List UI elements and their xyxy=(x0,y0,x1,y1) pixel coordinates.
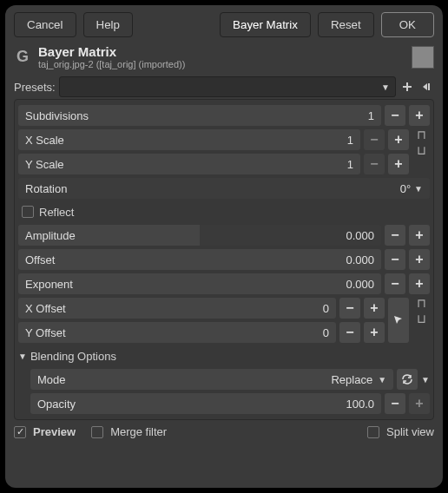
button-bar: Cancel Help Bayer Matrix Reset OK xyxy=(14,12,434,37)
xoffset-row: X Offset 0 − + xyxy=(18,296,385,320)
offset-minus[interactable]: − xyxy=(385,249,405,270)
gimp-icon: G xyxy=(14,48,31,66)
yscale-minus[interactable]: − xyxy=(364,154,385,174)
mode-row: Mode Replace ▼ ▼ xyxy=(30,367,430,391)
subdivisions-field[interactable]: Subdivisions 1 xyxy=(18,105,381,126)
subdivisions-minus[interactable]: − xyxy=(385,105,405,126)
yscale-plus[interactable]: + xyxy=(388,154,409,174)
preview-label: Preview xyxy=(33,425,76,438)
offset-row: Offset 0.000 − + xyxy=(18,247,430,272)
xscale-field[interactable]: X Scale 1 xyxy=(18,129,360,150)
xscale-row: X Scale 1 − + xyxy=(18,128,409,152)
xoffset-minus[interactable]: − xyxy=(339,298,360,319)
parameter-panel: Subdivisions 1 − + X Scale 1 − + Y Scal xyxy=(14,99,434,420)
ok-button[interactable]: OK xyxy=(381,12,434,37)
opacity-plus[interactable]: + xyxy=(409,393,430,414)
triangle-down-icon: ▼ xyxy=(18,352,27,361)
dialog-title: Bayer Matrix xyxy=(38,44,185,59)
yoffset-field[interactable]: Y Offset 0 xyxy=(18,322,336,343)
split-view-label: Split view xyxy=(386,425,434,438)
yoffset-plus[interactable]: + xyxy=(364,322,385,343)
presets-dropdown[interactable]: ▼ xyxy=(59,76,396,97)
chevron-down-icon: ▼ xyxy=(381,82,390,92)
merge-filter-label: Merge filter xyxy=(110,425,167,438)
help-button[interactable]: Help xyxy=(83,12,133,37)
pointer-mode-button[interactable] xyxy=(388,298,409,343)
opacity-row: Opacity 100.0 − + xyxy=(30,391,430,416)
subdivisions-plus[interactable]: + xyxy=(409,105,430,126)
exponent-minus[interactable]: − xyxy=(385,273,405,294)
amplitude-plus[interactable]: + xyxy=(409,225,430,246)
exponent-row: Exponent 0.000 − + xyxy=(18,272,430,296)
yoffset-minus[interactable]: − xyxy=(339,322,360,343)
reflect-checkbox[interactable] xyxy=(22,206,34,218)
chevron-down-icon: ▼ xyxy=(421,375,430,385)
svg-rect-0 xyxy=(428,83,430,90)
offset-plus[interactable]: + xyxy=(409,249,430,270)
opacity-field[interactable]: Opacity 100.0 xyxy=(30,393,381,414)
presets-label: Presets: xyxy=(14,81,56,94)
offset-field[interactable]: Offset 0.000 xyxy=(18,249,381,270)
yscale-field[interactable]: Y Scale 1 xyxy=(18,154,360,174)
cancel-button[interactable]: Cancel xyxy=(14,12,76,37)
reflect-row: Reflect xyxy=(18,200,430,223)
exponent-field[interactable]: Exponent 0.000 xyxy=(18,273,381,294)
blending-options-toggle[interactable]: ▼ Blending Options xyxy=(18,345,430,367)
dialog-window: Cancel Help Bayer Matrix Reset OK G Baye… xyxy=(5,5,443,488)
add-preset-button[interactable] xyxy=(399,79,415,95)
scale-link-icon[interactable]: ⊓⊔ xyxy=(412,128,430,176)
xoffset-field[interactable]: X Offset 0 xyxy=(18,298,336,319)
presets-row: Presets: ▼ xyxy=(14,76,434,97)
reset-button[interactable]: Reset xyxy=(318,12,374,37)
reflect-label: Reflect xyxy=(39,206,74,219)
exponent-plus[interactable]: + xyxy=(409,273,430,294)
amplitude-minus[interactable]: − xyxy=(385,225,405,246)
opacity-minus[interactable]: − xyxy=(385,393,405,414)
rotation-row: Rotation 0° ▼ xyxy=(18,176,430,200)
preview-checkbox[interactable] xyxy=(14,426,26,438)
yscale-row: Y Scale 1 − + xyxy=(18,152,409,176)
xoffset-plus[interactable]: + xyxy=(364,298,385,319)
chevron-down-icon: ▼ xyxy=(414,184,423,194)
color-swatch[interactable] xyxy=(412,46,434,69)
dialog-subtitle: taj_orig.jpg-2 ([taj_orig] (imported)) xyxy=(38,59,185,69)
xscale-minus[interactable]: − xyxy=(364,129,385,150)
footer-row: Preview Merge filter Split view xyxy=(14,425,434,438)
mode-swap-button[interactable] xyxy=(397,369,418,390)
xscale-plus[interactable]: + xyxy=(388,129,409,150)
merge-filter-checkbox[interactable] xyxy=(91,426,103,438)
rotation-field[interactable]: Rotation 0° ▼ xyxy=(18,178,430,199)
split-view-checkbox[interactable] xyxy=(367,426,379,438)
yoffset-row: Y Offset 0 − + xyxy=(18,320,385,345)
offset-link-icon[interactable]: ⊓⊔ xyxy=(412,296,430,345)
chevron-down-icon: ▼ xyxy=(378,375,386,385)
mode-field[interactable]: Mode Replace ▼ xyxy=(30,369,393,390)
amplitude-row: Amplitude 0.000 − + xyxy=(18,223,430,247)
amplitude-field[interactable]: Amplitude 0.000 xyxy=(18,225,381,246)
subdivisions-row: Subdivisions 1 − + xyxy=(18,103,430,128)
dialog-header: G Bayer Matrix taj_orig.jpg-2 ([taj_orig… xyxy=(14,44,434,69)
manage-presets-button[interactable] xyxy=(418,79,434,95)
bayer-matrix-button[interactable]: Bayer Matrix xyxy=(220,12,311,37)
